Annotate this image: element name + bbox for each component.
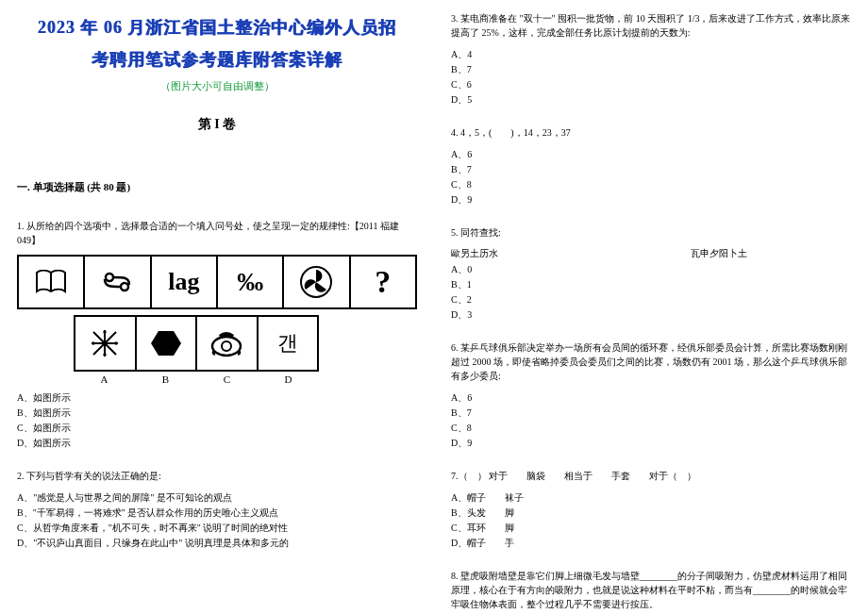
label-a: A — [74, 373, 135, 385]
q7-opt-b: B、头发 脚 — [451, 506, 851, 520]
q4-opt-d: D、9 — [451, 192, 851, 207]
svg-point-10 — [115, 342, 118, 345]
svg-point-13 — [222, 341, 231, 351]
svg-point-12 — [212, 337, 241, 356]
q5-opt-a: A、0 — [451, 262, 851, 276]
q1-opt-a: A、如图所示 — [17, 390, 417, 405]
q1-opt-b: B、如图所示 — [17, 406, 417, 420]
q7-stem: 7.（ ） 对于 脑袋 相当于 手套 对于（ ） — [451, 469, 851, 483]
q4-stem: 4. 4，5，( )，14，23，37 — [451, 125, 851, 140]
lag-text: lag — [152, 257, 218, 307]
permille-icon: ‰ — [218, 257, 284, 307]
opt-b-icon — [137, 317, 198, 370]
q8-stem: 8. 壁虎吸附墙壁是靠它们脚上细微毛发与墙壁________的分子间吸附力，仿壁… — [451, 569, 851, 611]
q7-opt-d: D、帽子 手 — [451, 536, 851, 550]
q1-opt-d: D、如图所示 — [17, 436, 417, 450]
question-6: 6. 某乒乓球俱乐部决定举办一场所有会员间的循环赛，经俱乐部委员会计算，所需比赛… — [451, 340, 851, 450]
q5-opt-c: C、2 — [451, 292, 851, 307]
opt-d-icon: 갠 — [259, 317, 318, 370]
opt-a-icon — [75, 317, 137, 370]
doc-subtitle: （图片大小可自由调整） — [17, 79, 417, 93]
question-1: 1. 从所给的四个选项中，选择最合适的一个填入问号处，使之呈现一定的规律性:【2… — [17, 219, 417, 450]
question-8: 8. 壁虎吸附墙壁是靠它们脚上细微毛发与墙壁________的分子间吸附力，仿壁… — [451, 569, 851, 614]
q2-opts: A、"感觉是人与世界之间的屏障" 是不可知论的观点 B、"千军易得，一将难求" … — [17, 490, 417, 550]
q6-opt-b: B、7 — [451, 406, 851, 420]
q6-opts: A、6 B、7 C、8 D、9 — [451, 390, 851, 450]
q4-opt-c: C、8 — [451, 177, 851, 191]
q5-stem: 5. 同符查找: — [451, 225, 851, 240]
label-c: C — [196, 373, 258, 385]
q4-opt-a: A、6 — [451, 147, 851, 161]
q3-opt-b: B、7 — [451, 62, 851, 76]
book-icon — [19, 257, 85, 307]
svg-marker-11 — [151, 331, 181, 356]
question-7: 7.（ ） 对于 脑袋 相当于 手套 对于（ ） A、帽子 袜子 B、头发 脚 … — [451, 469, 851, 550]
label-b: B — [135, 373, 196, 385]
svg-point-8 — [104, 354, 107, 357]
question-3: 3. 某电商准备在 "双十一" 囤积一批货物，前 10 天囤积了 1/3，后来改… — [451, 11, 851, 107]
q5-opt-d: D、3 — [451, 307, 851, 322]
q2-stem: 2. 下列与哲学有关的说法正确的是: — [17, 469, 417, 483]
q3-opts: A、4 B、7 C、6 D、5 — [451, 47, 851, 107]
doc-title-1: 2023 年 06 月浙江省国土整治中心编外人员招 — [17, 11, 417, 43]
section-heading: 一. 单项选择题 (共 80 题) — [17, 180, 417, 194]
svg-point-7 — [104, 331, 107, 334]
cancer-icon — [85, 257, 151, 307]
q6-opt-c: C、8 — [451, 421, 851, 435]
q7-opt-c: C、耳环 脚 — [451, 521, 851, 535]
q1-figure-top: lag ‰ ? — [17, 255, 417, 309]
right-column: 3. 某电商准备在 "双十一" 囤积一批货物，前 10 天囤积了 1/3，后来改… — [434, 0, 868, 614]
q1-figure-options: 갠 — [74, 315, 319, 372]
q1-opts: A、如图所示 B、如图所示 C、如图所示 D、如图所示 — [17, 390, 417, 450]
q5-pair: 歐另土历水 瓦申夕阳卜土 — [451, 247, 851, 260]
q5-right: 瓦申夕阳卜土 — [691, 247, 851, 260]
volume-label: 第 I 卷 — [17, 116, 417, 133]
svg-point-9 — [92, 342, 95, 345]
q6-opt-a: A、6 — [451, 390, 851, 405]
q2-opt-c: C、从哲学角度来看，"机不可失，时不再来" 说明了时间的绝对性 — [17, 521, 417, 535]
question-4: 4. 4，5，( )，14，23，37 A、6 B、7 C、8 D、9 — [451, 125, 851, 207]
q7-opts: A、帽子 袜子 B、头发 脚 C、耳环 脚 D、帽子 手 — [451, 490, 851, 550]
q3-opt-d: D、5 — [451, 92, 851, 107]
svg-point-0 — [106, 274, 113, 281]
q3-stem: 3. 某电商准备在 "双十一" 囤积一批货物，前 10 天囤积了 1/3，后来改… — [451, 11, 851, 40]
question-mark-icon: ? — [351, 257, 415, 307]
q6-opt-d: D、9 — [451, 436, 851, 450]
left-column: 2023 年 06 月浙江省国土整治中心编外人员招 考聘用笔试参考题库附答案详解… — [0, 0, 434, 614]
q4-opts: A、6 B、7 C、8 D、9 — [451, 147, 851, 207]
q5-left: 歐另土历水 — [451, 247, 691, 260]
page-container: 2023 年 06 月浙江省国土整治中心编外人员招 考聘用笔试参考题库附答案详解… — [0, 0, 868, 614]
svg-point-1 — [121, 283, 128, 290]
q2-opt-a: A、"感觉是人与世界之间的屏障" 是不可知论的观点 — [17, 490, 417, 505]
q1-stem: 1. 从所给的四个选项中，选择最合适的一个填入问号处，使之呈现一定的规律性:【2… — [17, 219, 417, 247]
q4-opt-b: B、7 — [451, 162, 851, 176]
question-5: 5. 同符查找: 歐另土历水 瓦申夕阳卜土 A、0 B、1 C、2 D、3 — [451, 225, 851, 322]
q6-stem: 6. 某乒乓球俱乐部决定举办一场所有会员间的循环赛，经俱乐部委员会计算，所需比赛… — [451, 340, 851, 383]
q3-opt-a: A、4 — [451, 47, 851, 61]
q1-opt-c: C、如图所示 — [17, 421, 417, 435]
q5-opts: A、0 B、1 C、2 D、3 — [451, 262, 851, 322]
q7-opt-a: A、帽子 袜子 — [451, 490, 851, 505]
question-2: 2. 下列与哲学有关的说法正确的是: A、"感觉是人与世界之间的屏障" 是不可知… — [17, 469, 417, 550]
opt-c-icon — [197, 317, 259, 370]
q2-opt-b: B、"千军易得，一将难求" 是否认群众作用的历史唯心主义观点 — [17, 506, 417, 520]
doc-title-2: 考聘用笔试参考题库附答案详解 — [17, 43, 417, 75]
q3-opt-c: C、6 — [451, 77, 851, 91]
fan-icon — [284, 257, 350, 307]
q5-opt-b: B、1 — [451, 277, 851, 291]
label-d: D — [258, 373, 319, 385]
q2-opt-d: D、"不识庐山真面目，只缘身在此山中" 说明真理是具体和多元的 — [17, 536, 417, 550]
q1-option-labels: A B C D — [74, 373, 319, 385]
